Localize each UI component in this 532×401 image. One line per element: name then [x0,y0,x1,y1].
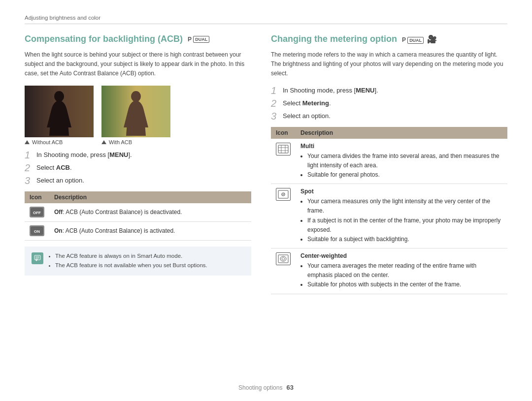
note-icon [32,252,43,264]
center-desc-cell: Center-weighted Your camera averages the… [296,248,507,294]
spot-icon-cell [271,184,296,248]
page: Adjusting brightness and color Compensat… [0,0,532,401]
right-step-3: 3 Select an option. [271,111,507,121]
acb-off-icon-cell: OFF [25,203,49,222]
left-section-title: Compensating for backlighting (ACB) P DU… [25,34,251,44]
acb-table-header-icon: Icon [25,191,49,203]
note-item-1: The ACB feature is always on in Smart Au… [55,251,207,261]
acb-on-desc: On: ACB (Auto Contrast Balance) is activ… [49,221,251,240]
photo-with-acb: With ACB [101,86,170,145]
acb-options-table: Icon Description OFF [25,191,251,241]
left-body-text: When the light source is behind your sub… [25,50,251,79]
footer-page-number: 63 [286,384,293,391]
metering-row-center: Center-weighted Your camera averages the… [271,248,507,294]
photo-label-with-acb: With ACB [101,139,170,145]
center-desc-item-2: Suitable for photos with subjects in the… [307,280,502,289]
center-desc-item-1: Your camera averages the meter reading o… [307,261,502,280]
photo-without-acb: Without ACB [25,86,94,145]
two-column-layout: Compensating for backlighting (ACB) P DU… [25,34,507,294]
center-title: Center-weighted [300,252,502,259]
dual-badge-left: DUAL [193,36,209,43]
svg-point-1 [131,91,141,102]
spot-title: Spot [300,188,502,195]
svg-point-0 [54,91,64,102]
multi-desc-list: Your camera divides the frame into sever… [300,152,502,180]
left-column: Compensating for backlighting (ACB) P DU… [25,34,251,294]
footer-label: Shooting options [238,384,282,391]
svg-text:ON: ON [34,229,40,234]
spot-desc-item-3: Suitable for a subject with backlighting… [307,235,502,244]
metering-row-spot: Spot Your camera measures only the light… [271,184,507,248]
metering-row-multi: Multi Your camera divides the frame into… [271,139,507,184]
spot-desc-item-1: Your camera measures only the light inte… [307,197,502,216]
breadcrumb: Adjusting brightness and color [25,15,507,24]
multi-desc-item-1: Your camera divides the frame into sever… [307,152,502,170]
video-camera-icon: 🎥 [427,35,437,43]
note-list: The ACB feature is always on in Smart Au… [48,251,207,271]
multi-icon-cell [271,139,296,184]
photo-label-without-acb: Without ACB [25,139,94,145]
comparison-images: Without ACB Wi [25,86,251,145]
spot-desc-item-2: If a subject is not in the center of the… [307,216,502,235]
page-footer: Shooting options 63 [0,384,532,391]
acb-on-icon-cell: ON [25,221,49,240]
right-step-1: 1 In Shooting mode, press [MENU]. [271,86,507,95]
acb-note-box: The ACB feature is always on in Smart Au… [25,247,251,276]
spot-desc-cell: Spot Your camera measures only the light… [296,184,507,248]
acb-row-on: ON On: ACB (Auto Contrast Balance) is ac… [25,221,251,240]
right-step-2: 2 Select Metering. [271,98,507,108]
dual-badge-right: DUAL [407,37,424,44]
svg-point-17 [283,194,284,195]
metering-table-header-icon: Icon [271,127,296,139]
svg-text:OFF: OFF [33,211,41,215]
metering-table-header-desc: Description [296,127,507,139]
right-body-text: The metering mode refers to the way in w… [271,50,507,79]
acb-off-desc: Off: ACB (Auto Contrast Balance) is deac… [49,203,251,222]
acb-table-header-desc: Description [49,191,251,203]
left-steps: 1 In Shooting mode, press [MENU]. 2 Sele… [25,150,251,185]
svg-rect-18 [278,255,288,263]
svg-rect-10 [278,145,288,153]
multi-title: Multi [300,143,502,150]
multi-desc-cell: Multi Your camera divides the frame into… [296,139,507,184]
svg-point-19 [280,256,286,261]
acb-row-off: OFF Off: ACB (Auto Contrast Balance) is … [25,203,251,222]
note-item-2: The ACB feature is not available when yo… [55,261,207,271]
left-step-1: 1 In Shooting mode, press [MENU]. [25,150,251,160]
right-steps: 1 In Shooting mode, press [MENU]. 2 Sele… [271,86,507,121]
metering-options-table: Icon Description [271,127,507,294]
right-column: Changing the metering option P DUAL 🎥 Th… [271,34,507,294]
left-step-2: 2 Select ACB. [25,163,251,173]
svg-point-20 [282,258,285,260]
right-section-title: Changing the metering option P DUAL 🎥 [271,34,507,44]
multi-desc-item-2: Suitable for general photos. [307,170,502,180]
center-desc-list: Your camera averages the meter reading o… [300,261,502,290]
left-step-3: 3 Select an option. [25,176,251,185]
spot-desc-list: Your camera measures only the light inte… [300,197,502,244]
center-icon-cell [271,248,296,294]
